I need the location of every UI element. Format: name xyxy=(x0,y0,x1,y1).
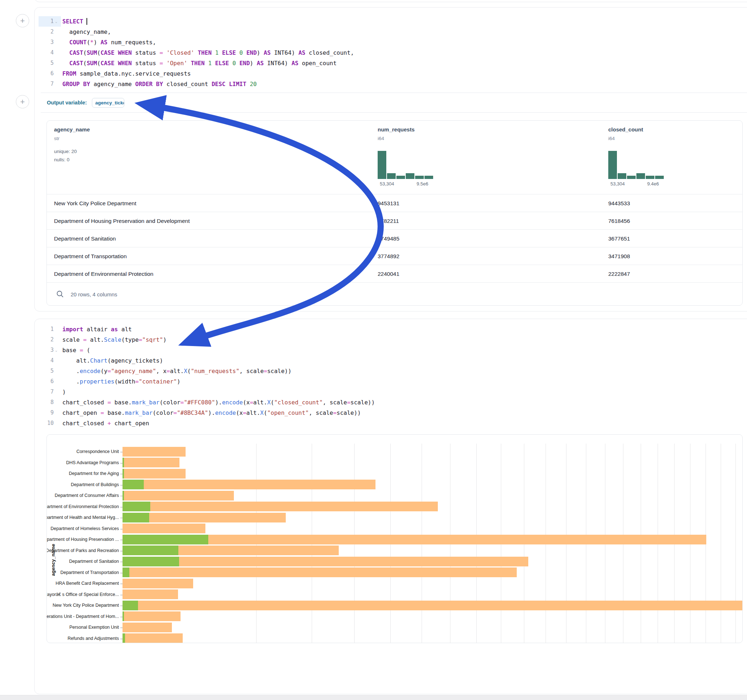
bar-open_count[interactable] xyxy=(122,611,124,621)
line-number: 4 xyxy=(41,48,54,58)
bar-closed_count[interactable] xyxy=(122,634,183,643)
code-line-3[interactable]: 3⌄base = ( xyxy=(41,345,747,355)
y-category-label: Operations Unit - Department of Hom... xyxy=(47,614,119,619)
code-line-6[interactable]: 6FROM sample_data.nyc.service_requests xyxy=(41,68,747,79)
output-variable-pill[interactable]: agency_tickets xyxy=(92,98,124,108)
y-category-label: Department of Sanitation xyxy=(47,559,119,564)
bar-open_count[interactable] xyxy=(122,513,149,522)
bar-closed_count[interactable] xyxy=(122,611,180,621)
bar-closed_count[interactable] xyxy=(122,623,172,632)
code-line-4[interactable]: 4 alt.Chart(agency_tickets) xyxy=(41,355,747,366)
search-icon[interactable] xyxy=(56,290,64,298)
table-cell: 3774892 xyxy=(378,247,399,265)
code-line-3[interactable]: 3 COUNT(*) AS num_requests, xyxy=(41,37,747,48)
y-tick xyxy=(120,540,122,540)
code-line-1[interactable]: 1⌄SELECT xyxy=(41,16,747,27)
bar-row xyxy=(122,502,742,511)
y-tick xyxy=(120,562,122,562)
code-line-8[interactable]: 8chart_closed = base.mark_bar(color="#FF… xyxy=(41,397,747,407)
bar-closed_count[interactable] xyxy=(122,579,193,588)
bar-closed_count[interactable] xyxy=(122,491,234,501)
column-histogram[interactable] xyxy=(378,151,433,179)
bar-closed_count[interactable] xyxy=(122,502,438,511)
bar-open_count[interactable] xyxy=(122,600,138,610)
bar-row xyxy=(122,567,742,577)
bar-open_count[interactable] xyxy=(122,502,150,511)
bar-closed_count[interactable] xyxy=(122,523,206,533)
bar-open_count[interactable] xyxy=(122,469,124,478)
column-type: i64 xyxy=(608,136,615,141)
column-stat: unique: 20 xyxy=(54,149,77,154)
bar-open_count[interactable] xyxy=(122,546,178,555)
bar-open_count[interactable] xyxy=(122,567,129,577)
bar-row xyxy=(122,469,742,478)
bar-closed_count[interactable] xyxy=(122,447,186,457)
column-type: str xyxy=(54,136,59,141)
y-category-label: Department for the Aging xyxy=(47,471,119,476)
y-category-label: Department of Environmental Protection xyxy=(47,504,119,509)
code-line-1[interactable]: 1import altair as alt xyxy=(41,324,747,335)
bar-closed_count[interactable] xyxy=(122,567,517,577)
code-text: import altair as alt xyxy=(62,324,132,335)
code-text: COUNT(*) AS num_requests, xyxy=(62,37,156,48)
code-line-4[interactable]: 4 CAST(SUM(CASE WHEN status = 'Closed' T… xyxy=(41,48,747,58)
add-cell-button-middle[interactable]: + xyxy=(16,95,29,109)
python-code-editor[interactable]: 1import altair as alt2scale = alt.Scale(… xyxy=(41,324,747,428)
histogram-max-label: 9.5e6 xyxy=(417,181,428,187)
code-line-6[interactable]: 6 .properties(width="container") xyxy=(41,376,747,387)
bar-closed_count[interactable] xyxy=(122,557,528,566)
chart-plot-area[interactable] xyxy=(122,444,742,643)
y-category-label: Refunds and Adjustments xyxy=(47,636,119,641)
bar-closed_count[interactable] xyxy=(122,480,375,489)
y-tick xyxy=(120,639,122,639)
histogram-min-label: 53,304 xyxy=(380,181,394,187)
code-line-10[interactable]: 10chart_closed + chart_open xyxy=(41,418,747,428)
code-line-5[interactable]: 5 CAST(SUM(CASE WHEN status = 'Open' THE… xyxy=(41,58,747,68)
bar-closed_count[interactable] xyxy=(122,600,742,610)
code-line-5[interactable]: 5 .encode(y="agency_name", x=alt.X("num_… xyxy=(41,366,747,376)
bar-open_count[interactable] xyxy=(122,491,124,501)
y-category-label: Department of Health and Mental Hyg... xyxy=(47,515,119,520)
bar-row xyxy=(122,458,742,468)
y-tick xyxy=(120,463,122,463)
python-cell: 1import altair as alt2scale = alt.Scale(… xyxy=(34,319,747,694)
code-text: FROM sample_data.nyc.service_requests xyxy=(62,68,191,79)
bar-closed_count[interactable] xyxy=(122,469,186,478)
code-text: agency_name, xyxy=(62,27,111,37)
code-line-2[interactable]: 2 agency_name, xyxy=(41,27,747,37)
table-cell: Department of Housing Preservation and D… xyxy=(54,212,190,230)
table-cell: 7782211 xyxy=(378,212,399,230)
bar-closed_count[interactable] xyxy=(122,535,706,545)
bar-open_count[interactable] xyxy=(122,458,124,468)
code-line-7[interactable]: 7GROUP BY agency_name ORDER BY closed_co… xyxy=(41,79,747,89)
table-footer: 20 rows, 4 columns xyxy=(47,282,742,306)
fold-chevron-icon[interactable]: ⌄ xyxy=(55,16,60,27)
code-text: chart_open = base.mark_bar(color="#8BC34… xyxy=(62,407,361,418)
y-tick xyxy=(120,507,122,507)
code-text: ) xyxy=(62,387,66,397)
code-text: scale = alt.Scale(type="sqrt") xyxy=(62,335,166,345)
table-row: Department of Transportation377489234719… xyxy=(47,247,742,265)
column-header-num_requests[interactable]: num_requests xyxy=(378,127,415,133)
bar-closed_count[interactable] xyxy=(122,590,178,599)
bar-open_count[interactable] xyxy=(122,634,125,643)
add-cell-button-top[interactable]: + xyxy=(16,14,29,27)
code-text: .encode(y="agency_name", x=alt.X("num_re… xyxy=(62,366,292,376)
table-cell: 9443533 xyxy=(608,195,630,212)
column-header-closed_count[interactable]: closed_count xyxy=(608,127,643,133)
line-number: 5 xyxy=(41,58,54,68)
fold-chevron-icon[interactable]: ⌄ xyxy=(55,345,60,355)
code-line-9[interactable]: 9chart_open = base.mark_bar(color="#8BC3… xyxy=(41,407,747,418)
bar-closed_count[interactable] xyxy=(122,458,180,468)
code-line-7[interactable]: 7) xyxy=(41,387,747,397)
bar-open_count[interactable] xyxy=(122,535,208,545)
bar-row xyxy=(122,611,742,621)
sql-code-editor[interactable]: 1⌄SELECT 2 agency_name,3 COUNT(*) AS num… xyxy=(41,16,747,89)
bar-open_count[interactable] xyxy=(122,557,179,566)
column-histogram[interactable] xyxy=(608,151,664,179)
bar-row xyxy=(122,579,742,588)
column-header-agency_name[interactable]: agency_name xyxy=(54,127,90,133)
y-tick xyxy=(120,595,122,595)
bar-open_count[interactable] xyxy=(122,480,144,489)
code-line-2[interactable]: 2scale = alt.Scale(type="sqrt") xyxy=(41,335,747,345)
